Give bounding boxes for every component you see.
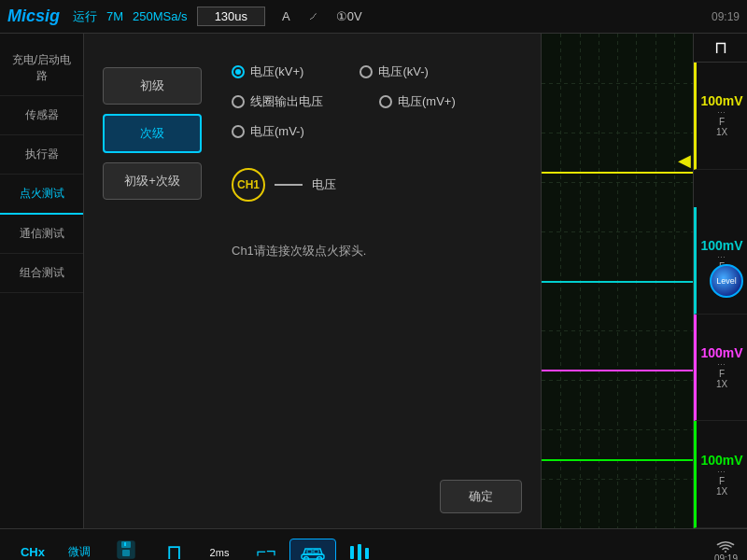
sidebar-item-charging[interactable]: 充电/启动电路 — [0, 41, 83, 96]
scope-waveform: ◀ — [542, 34, 693, 528]
sidebar-item-combined[interactable]: 组合测试 — [0, 254, 83, 293]
dialog-level-buttons: 初级 次级 初级+次级 — [92, 49, 213, 465]
car-button[interactable] — [289, 539, 336, 561]
sidebar-item-comms[interactable]: 通信测试 — [0, 215, 83, 254]
timebase-value: 2ms — [210, 547, 230, 558]
timebase-button[interactable]: 2ms — [196, 543, 243, 561]
ch1-text-label: 电压 — [312, 176, 336, 193]
ch1-row: CH1 电压 — [232, 168, 514, 202]
ch3-mv: 100mV — [700, 345, 742, 360]
pulse2-icon: ⌐¬ — [256, 542, 275, 560]
sidebar-item-actuator[interactable]: 执行器 — [0, 135, 83, 175]
top-waveform-icon: ⊓ — [694, 34, 747, 63]
confirm-row: 确定 — [84, 472, 541, 528]
logo: Micsig — [7, 7, 60, 26]
radio-circle-mv-neg — [232, 125, 245, 138]
radio-row-3: 电压(mV-) — [232, 123, 514, 140]
sidebar: 充电/启动电路 传感器 执行器 点火测试 通信测试 组合测试 — [0, 34, 84, 528]
option-voltage-kv-neg[interactable]: 电压(kV-) — [359, 63, 428, 80]
secondary-button[interactable]: 次级 — [103, 114, 202, 153]
ch2-mv: 100mV — [700, 238, 742, 253]
wifi-icon — [716, 540, 735, 553]
radio-circle-mv-pos — [379, 95, 392, 108]
ch1-panel[interactable]: 100mV ··· F 1X — [694, 63, 747, 170]
svg-rect-11 — [365, 548, 369, 559]
trigger-mode: A — [282, 9, 290, 23]
confirm-button[interactable]: 确定 — [440, 480, 522, 513]
pulse1-button[interactable]: ⊓ — [149, 537, 196, 561]
save-button[interactable] — [103, 536, 149, 560]
ch4-panel[interactable]: 100mV ··· F 1X — [694, 421, 747, 528]
svg-rect-8 — [314, 550, 318, 553]
primary-button[interactable]: 初级 — [103, 67, 202, 105]
ch2-waveform — [542, 281, 693, 283]
ch3-panel[interactable]: 100mV ··· F 1X — [694, 315, 747, 422]
dialog-panel: 初级 次级 初级+次级 电压(kV+) — [84, 34, 542, 528]
svg-rect-7 — [307, 550, 312, 553]
pulse1-icon: ⊓ — [166, 540, 180, 561]
ch1-arrow: ◀ — [678, 152, 691, 169]
radio-row-2: 线圈输出电压 电压(mV+) — [232, 93, 514, 110]
fine-icon: 微调 — [68, 544, 91, 560]
both-button[interactable]: 初级+次级 — [103, 162, 202, 200]
sidebar-item-ignition[interactable]: 点火测试 — [0, 175, 83, 215]
chx-button[interactable]: CHx — [9, 541, 56, 560]
ch1-coupling: F — [719, 117, 725, 127]
ch1-probe: 1X — [716, 127, 727, 137]
ch1-waveform — [542, 172, 693, 174]
radio-circle-kv-neg — [359, 65, 373, 78]
chx-icon: CHx — [21, 545, 45, 559]
topbar: Micsig 运行 7M 250MSa/s 130us A ⟋ ①0V 09:1… — [0, 0, 747, 34]
option-coil-out[interactable]: 线圈输出电压 — [232, 93, 323, 110]
radio-row-1: 电压(kV+) 电压(kV-) — [232, 63, 514, 80]
svg-rect-9 — [350, 546, 354, 559]
option-voltage-mv-pos[interactable]: 电压(mV+) — [379, 93, 456, 110]
sample-rate: 7M — [106, 9, 123, 23]
radio-circle-kv-pos — [232, 65, 245, 78]
ch3-coupling: F — [719, 369, 725, 379]
ch4-waveform — [542, 459, 693, 461]
sample-speed: 250MSa/s — [133, 9, 188, 23]
ch3-waveform — [542, 370, 693, 371]
ch4-mv: 100mV — [700, 453, 742, 468]
ch4-coupling: F — [719, 476, 725, 486]
right-channel-panels: ⊓ 100mV ··· F 1X Level 100mV ··· F — [693, 34, 747, 528]
clock: 09:19 — [712, 10, 740, 23]
bars-icon — [347, 542, 372, 561]
run-status: 运行 — [73, 8, 97, 25]
timebase-display[interactable]: 130us — [197, 7, 265, 26]
scope-area: ◀ ⊓ 100mV ··· F — [542, 34, 747, 528]
ch1-mv: 100mV — [700, 93, 742, 108]
trigger-slope: ⟋ — [307, 9, 319, 23]
save-icon — [116, 539, 136, 560]
radio-circle-coil — [232, 95, 245, 108]
bars-button[interactable] — [336, 539, 383, 561]
ch1-badge: CH1 — [232, 168, 265, 202]
svg-rect-10 — [358, 544, 361, 561]
svg-rect-3 — [124, 542, 126, 546]
bottom-time: 09:19 — [714, 553, 738, 560]
ch4-probe: 1X — [716, 486, 727, 497]
level-knob[interactable]: Level — [710, 264, 743, 298]
fine-button[interactable]: 微调 — [56, 540, 103, 560]
ch3-probe: 1X — [716, 379, 727, 389]
svg-rect-2 — [122, 550, 130, 556]
status-area: 09:19 — [714, 540, 738, 560]
main-layout: 充电/启动电路 传感器 执行器 点火测试 通信测试 组合测试 初级 次级 初级+… — [0, 34, 747, 528]
option-voltage-kv-pos[interactable]: 电压(kV+) — [232, 63, 303, 80]
ch1-connector-line — [275, 184, 303, 186]
ch2-panel[interactable]: 100mV ··· F 1X — [694, 207, 747, 315]
bottombar: CHx 微调 ⊓ 2ms ⌐¬ — [0, 528, 747, 560]
sidebar-item-sensor[interactable]: 传感器 — [0, 96, 83, 135]
info-text: Ch1请连接次级点火探头. — [232, 243, 514, 259]
pulse2-button[interactable]: ⌐¬ — [243, 539, 289, 560]
dialog-options: 电压(kV+) 电压(kV-) 线圈输出电压 — [213, 49, 533, 465]
trigger-level: ①0V — [336, 9, 362, 23]
option-voltage-mv-neg[interactable]: 电压(mV-) — [232, 123, 304, 140]
car-icon — [300, 543, 326, 561]
